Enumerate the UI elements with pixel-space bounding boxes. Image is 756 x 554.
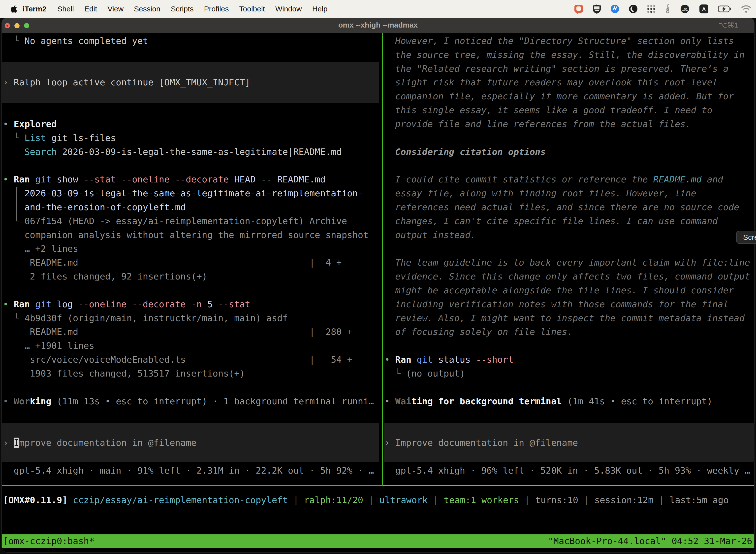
terminal-line: └ 067f154 (HEAD -> essay/ai-reimplementa…: [3, 214, 347, 228]
window-title: omx --xhigh --madmax: [2, 18, 754, 33]
terminal-line: 2026-03-09-is-legal-the-same-as-legitima…: [3, 186, 363, 200]
terminal-line: README.md | 280 +: [3, 325, 353, 339]
terminal-line: • Explored: [3, 117, 57, 131]
terminal-line: • Working (11m 13s • esc to interrupt) ·…: [3, 394, 374, 408]
terminal-line: 2 files changed, 92 insertions(+): [3, 270, 207, 283]
terminal-line: and-the-erosion-of-copyleft.md: [3, 200, 186, 214]
pane-border-inactive: [383, 485, 754, 486]
squiggle-icon[interactable]: [665, 4, 671, 14]
gauge-icon[interactable]: ..61: [680, 4, 690, 14]
apple-menu-icon[interactable]: [10, 5, 17, 13]
menu-item-scripts[interactable]: Scripts: [166, 5, 199, 13]
prompt-line: › Improve documentation in @filename: [3, 436, 196, 450]
menu-item-session[interactable]: Session: [129, 5, 166, 13]
menu-bar: iTerm2ShellEditViewSessionScriptsProfile…: [0, 0, 756, 18]
terminal-line: I could cite commit statistics or refere…: [384, 172, 723, 186]
terminal-line: • Ran git show --stat --oneline --decora…: [3, 172, 326, 186]
window-shortcut: ⌥⌘1: [718, 18, 739, 33]
menu-item-view[interactable]: View: [103, 5, 129, 13]
menu-item-window[interactable]: Window: [270, 5, 307, 13]
keyboard-icon[interactable]: A: [699, 4, 709, 14]
moon-icon[interactable]: [629, 4, 638, 14]
terminal-line: However, I noticed the "Directory Struct…: [384, 34, 734, 48]
menu-item-toolbelt[interactable]: Toolbelt: [234, 5, 270, 13]
menubar-status-icons: ..61 A: [569, 0, 756, 18]
terminal-line: changes, I can't cite specific file line…: [384, 214, 718, 228]
terminal-line: essay file, along with finding root file…: [384, 186, 696, 200]
terminal-line: companion file, especially if more comme…: [384, 89, 734, 103]
terminal-line: gpt-5.4 xhigh · main · 91% left · 2.31M …: [3, 464, 374, 478]
pane-divider[interactable]: [382, 33, 383, 485]
terminal-line: companion analysis without altering the …: [3, 228, 369, 242]
terminal-line: slight risk that future readers may over…: [384, 75, 718, 89]
terminal-line: Considering citation options: [384, 145, 546, 159]
tmux-status-bar: [omx-cczip0:bash* "MacBook-Pro-44.local"…: [2, 535, 754, 548]
terminal-line: output instead.: [384, 228, 476, 242]
omx-status-line: [OMX#0.11.9] cczip/essay/ai-reimplementa…: [3, 493, 729, 507]
wifi-icon[interactable]: [741, 5, 752, 13]
terminal-line: └ List git ls-files: [3, 131, 116, 145]
menu-item-shell[interactable]: Shell: [52, 5, 79, 13]
prompt-line: › Ralph loop active continue [OMX_TMUX_I…: [3, 75, 250, 89]
terminal-line: the source tree, missing the essay. Stil…: [384, 48, 745, 62]
terminal-line: └ (no output): [384, 367, 465, 381]
menu-items: iTerm2ShellEditViewSessionScriptsProfile…: [17, 5, 333, 13]
menu-item-help[interactable]: Help: [307, 5, 333, 13]
menu-item-edit[interactable]: Edit: [79, 5, 103, 13]
terminal-line: this single essay, it seems like a good …: [384, 103, 712, 117]
chat-icon[interactable]: [574, 4, 583, 14]
terminal-line: └ No agents completed yet: [3, 34, 148, 48]
terminal-line: └ 4b9d30f (origin/main, instructkr/main,…: [3, 311, 288, 325]
terminal-line: • Ran git log --oneline --decorate -n 5 …: [3, 297, 250, 311]
pane-border-active: [2, 485, 383, 486]
menu-item-iterm2[interactable]: iTerm2: [17, 5, 52, 13]
terminal-line: references need actual files, and since …: [384, 200, 739, 214]
tmux-host-clock: "MacBook-Pro-44.local" 04:52 31-Mar-26: [548, 535, 752, 548]
tmux-session-label: [omx-cczip0:bash*: [3, 535, 94, 548]
screen-overlay-label: Scre: [736, 231, 756, 244]
terminal-line: evidence. Since this change only affects…: [384, 270, 750, 283]
menu-item-profiles[interactable]: Profiles: [199, 5, 234, 13]
terminal-line: provide file and line references from th…: [384, 117, 691, 131]
terminal-line: review. Also, I might want to inspect th…: [384, 311, 745, 325]
terminal-line: might be acceptable alongside the file l…: [384, 283, 734, 297]
shield-icon[interactable]: [592, 4, 601, 14]
terminal-line: • Ran git status --short: [384, 353, 513, 367]
terminal-line: 1903 files changed, 513517 insertions(+): [3, 367, 245, 381]
terminal-line: the "Related research writing" section i…: [384, 62, 729, 76]
terminal-line: … +2 lines: [3, 242, 78, 256]
battery-icon[interactable]: [718, 4, 732, 13]
terminal-line: src/voice/voiceModeEnabled.ts | 54 +: [3, 353, 353, 367]
dots-grid-icon[interactable]: [647, 4, 656, 13]
terminal-line: including verification notes with those …: [384, 297, 729, 311]
terminal-line: of focusing solely on file lines.: [384, 325, 573, 339]
terminal-line: README.md | 4 +: [3, 256, 341, 270]
svg-text:..61: ..61: [682, 7, 688, 11]
terminal-line: The team guideline is to back every impo…: [384, 256, 750, 270]
terminal-line: Search 2026-03-09-is-legal-the-same-as-l…: [3, 145, 341, 159]
terminal-line: gpt-5.4 xhigh · 96% left · 520K in · 5.8…: [384, 464, 750, 478]
terminal-line: • Waiting for background terminal (1m 41…: [384, 394, 712, 408]
prompt-line: › Improve documentation in @filename: [384, 436, 578, 450]
svg-text:A: A: [702, 6, 706, 12]
sync-icon[interactable]: [610, 4, 620, 14]
terminal-line: … +1901 lines: [3, 339, 94, 353]
